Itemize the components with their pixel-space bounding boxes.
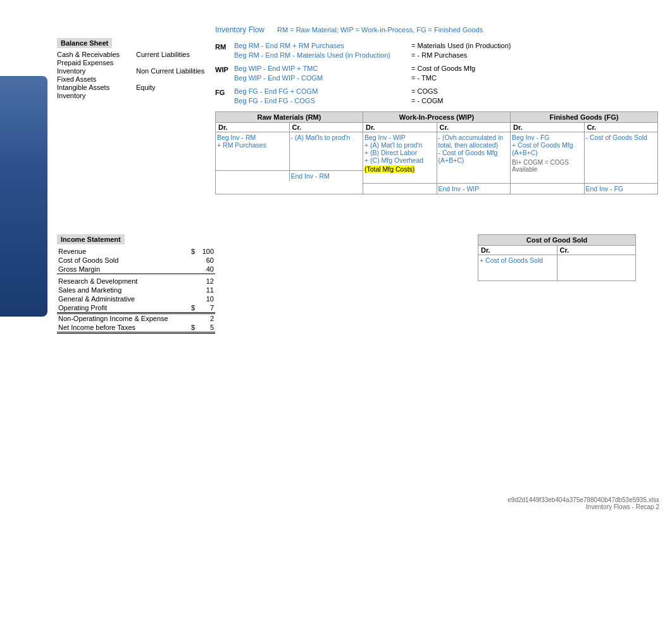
footer-line1: e9d2d1449f33eb404a375e788040b47db53e5935… xyxy=(507,496,659,503)
income-value-2: 40 xyxy=(196,265,215,274)
footer: e9d2d1449f33eb404a375e788040b47db53e5935… xyxy=(507,496,659,510)
income-row-0: Revenue $ 100 xyxy=(57,247,215,256)
flow-row-fg: FG Beg FG - End FG + COGM = COGS Beg FG … xyxy=(215,87,658,106)
income-row-8: Non-Operatingn Income & Expense 2 xyxy=(57,313,215,323)
footer-line2: Inventory Flows - Recap 2 xyxy=(507,503,659,510)
cogs-t-account: Cost of Good Sold Dr. Cr. + Cost of Good… xyxy=(478,234,636,281)
flow-title: Inventory Flow xyxy=(215,25,264,34)
fg-bottom-dr xyxy=(511,184,585,194)
fg-col-headers: Dr. Cr. xyxy=(511,123,657,132)
fg-dr-entries: Beg Inv - FG + Cost of Goods Mfg (A+B+C)… xyxy=(511,132,585,183)
flow-row-wip: WIP Beg WIP - End WIP + TMC = Cost of Go… xyxy=(215,65,658,84)
fg-dr-header: Dr. xyxy=(511,123,585,132)
flow-wip-right-2: = - TMC xyxy=(411,74,437,82)
flow-fg-right-1: = COGS xyxy=(411,87,438,95)
income-label-1: Cost of Goods Sold xyxy=(57,256,184,265)
flow-legend: RM = Raw Material; WIP = Work-in-Process… xyxy=(277,26,483,34)
fg-cr-entry-1: - Cost of Goods Sold xyxy=(586,134,657,141)
wip-cr-entry-1: - (Ovh accumulated in total, then alloca… xyxy=(439,134,509,149)
t-account-fg: Finished Goods (FG) Dr. Cr. Beg Inv - FG… xyxy=(511,112,657,194)
flow-line-fg-2: Beg FG - End FG - COGS = - COGM xyxy=(234,97,658,104)
wip-mfg-overhead-row: + (C) Mfg Overhead xyxy=(364,156,423,164)
flow-label-fg: FG xyxy=(215,87,234,96)
income-label-6: General & Administrative xyxy=(57,294,184,303)
fg-cr-entries: - Cost of Goods Sold xyxy=(585,132,658,183)
fg-cogm-note: BI+ COGM = COGS Available xyxy=(512,159,583,173)
wip-cr-header: Cr. xyxy=(437,123,511,132)
income-row-4: Research & Development 12 xyxy=(57,277,215,286)
rm-bottom-dr xyxy=(216,171,290,181)
flow-label-rm: RM xyxy=(215,42,234,51)
wip-total-mfg-costs: (Total Mfg Costs) xyxy=(364,165,414,173)
wip-bottom-cr: End Inv - WIP xyxy=(437,184,511,194)
sidebar-decoration xyxy=(0,76,47,317)
flow-wip-left-2: Beg WIP - End WIP - COGM xyxy=(234,74,411,82)
t-accounts-container: Raw Materials (RM) Dr. Cr. Beg Inv - RM … xyxy=(215,111,658,194)
wip-dr-entry-4: + (C) Mfg Overhead xyxy=(364,156,423,164)
income-stmt-title: Income Statement xyxy=(57,234,125,244)
flow-header-row: Inventory Flow RM = Raw Material; WIP = … xyxy=(215,25,658,34)
rm-dr-header: Dr. xyxy=(216,123,290,132)
income-table: Revenue $ 100 Cost of Goods Sold 60 Gros… xyxy=(57,247,215,334)
bs-item-4-col1: Fixed Assets xyxy=(57,75,130,83)
cogs-dr-entry: + Cost of Goods Sold xyxy=(480,256,556,264)
flow-rm-left-2: Beg RM - End RM - Materials Used (in Pro… xyxy=(234,51,411,59)
flow-line-wip-2: Beg WIP - End WIP - COGM = - TMC xyxy=(234,74,658,82)
flow-wip-right-1: = Cost of Goods Mfg xyxy=(411,65,475,72)
rm-dr-entry-1: Beg Inv - RM xyxy=(217,134,288,141)
rm-col-headers: Dr. Cr. xyxy=(216,123,363,132)
rm-dr-entry-2: + RM Purchases xyxy=(217,141,288,149)
wip-bottom: End Inv - WIP xyxy=(363,183,510,194)
fg-header: Finished Goods (FG) xyxy=(511,112,657,123)
rm-bottom-cr: End Inv - RM xyxy=(290,171,363,181)
bs-item-5-col2: Equity xyxy=(136,84,209,91)
cogs-dr-header: Dr. xyxy=(478,246,557,255)
bs-item-4-col2 xyxy=(136,75,209,83)
cogs-dr-entries: + Cost of Goods Sold xyxy=(478,255,557,281)
income-label-7: Operating Profit xyxy=(57,303,184,313)
flow-fg-left-1: Beg FG - End FG + COGM xyxy=(234,87,411,95)
income-value-9: 5 xyxy=(196,323,215,333)
income-label-2: Gross Margin xyxy=(57,265,184,274)
wip-bottom-dr xyxy=(363,184,437,194)
income-row-6: General & Administrative 10 xyxy=(57,294,215,303)
fg-cr-header: Cr. xyxy=(585,123,658,132)
rm-cr-header: Cr. xyxy=(290,123,363,132)
cogs-cr-header: Cr. xyxy=(557,246,636,255)
fg-entries: Beg Inv - FG + Cost of Goods Mfg (A+B+C)… xyxy=(511,132,657,183)
rm-cr-entries: - (A) Mat'ls to prod'n xyxy=(290,132,363,170)
income-value-7: 7 xyxy=(196,303,215,313)
wip-header: Work-In-Process (WIP) xyxy=(363,112,510,123)
wip-entries: Beg Inv - WIP + (A) Mat'l to prod'n + (B… xyxy=(363,132,510,183)
wip-col-headers: Dr. Cr. xyxy=(363,123,510,132)
flow-fg-right-2: = - COGM xyxy=(411,97,443,104)
income-label-4: Research & Development xyxy=(57,277,184,286)
wip-dr-header: Dr. xyxy=(363,123,437,132)
wip-dr-entries: Beg Inv - WIP + (A) Mat'l to prod'n + (B… xyxy=(363,132,437,183)
bs-item-6-col2 xyxy=(136,92,209,99)
wip-dr-entry-3: + (B) Direct Labor xyxy=(364,149,435,156)
flow-content-wip: Beg WIP - End WIP + TMC = Cost of Goods … xyxy=(234,65,658,84)
flow-wip-left-1: Beg WIP - End WIP + TMC xyxy=(234,65,411,72)
rm-bottom: End Inv - RM xyxy=(216,170,363,181)
income-row-5: Sales and Marketing 11 xyxy=(57,286,215,294)
fg-bottom-cr: End Inv - FG xyxy=(585,184,658,194)
rm-dr-entries: Beg Inv - RM + RM Purchases xyxy=(216,132,290,170)
income-value-0: 100 xyxy=(196,247,215,256)
balance-sheet-section: Balance Sheet Cash & Receivables Current… xyxy=(57,38,209,99)
flow-row-rm: RM Beg RM - End RM + RM Purchases = Mate… xyxy=(215,42,658,61)
flow-content-rm: Beg RM - End RM + RM Purchases = Materia… xyxy=(234,42,658,61)
income-label-5: Sales and Marketing xyxy=(57,286,184,294)
income-dollar-1 xyxy=(184,256,196,265)
income-dollar-4 xyxy=(184,277,196,286)
income-label-8: Non-Operatingn Income & Expense xyxy=(57,313,184,323)
bs-item-5-col1: Intangible Assets xyxy=(57,84,130,91)
flow-line-wip-1: Beg WIP - End WIP + TMC = Cost of Goods … xyxy=(234,65,658,72)
income-row-9: Net Income before Taxes $ 5 xyxy=(57,323,215,333)
wip-dr-entry-1: Beg Inv - WIP xyxy=(364,134,435,141)
flow-content-fg: Beg FG - End FG + COGM = COGS Beg FG - E… xyxy=(234,87,658,106)
income-row-2: Gross Margin 40 xyxy=(57,265,215,274)
bs-item-3-col2: Non Current Liabilities xyxy=(136,67,209,75)
flow-rm-right-1: = Materials Used (in Production) xyxy=(411,42,511,49)
flow-rm-left-1: Beg RM - End RM + RM Purchases xyxy=(234,42,411,49)
